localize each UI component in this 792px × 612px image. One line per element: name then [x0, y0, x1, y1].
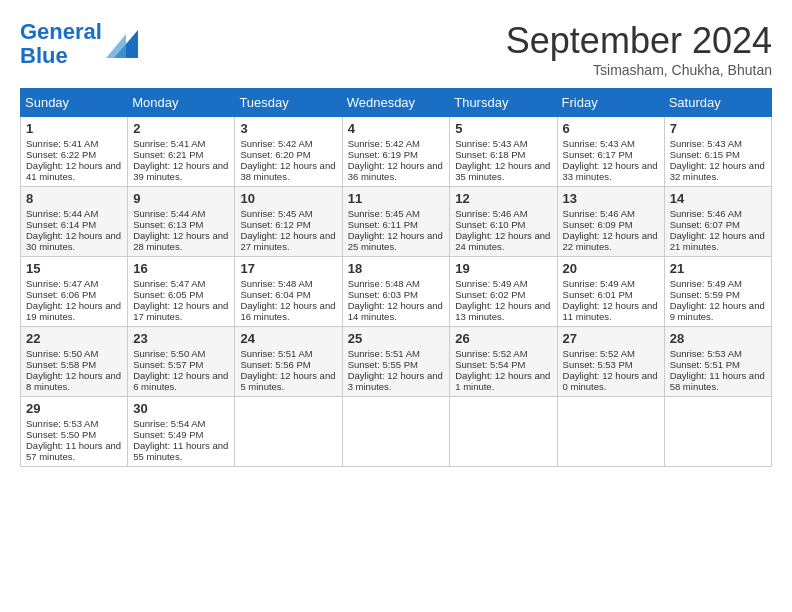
day-info: Sunrise: 5:49 AMSunset: 5:59 PMDaylight:… [670, 278, 766, 322]
calendar-week-row: 15Sunrise: 5:47 AMSunset: 6:06 PMDayligh… [21, 257, 772, 327]
table-row [450, 397, 557, 467]
day-number: 21 [670, 261, 766, 276]
day-number: 10 [240, 191, 336, 206]
day-number: 26 [455, 331, 551, 346]
day-info: Sunrise: 5:47 AMSunset: 6:05 PMDaylight:… [133, 278, 229, 322]
day-number: 18 [348, 261, 445, 276]
header-wednesday: Wednesday [342, 89, 450, 117]
table-row: 28Sunrise: 5:53 AMSunset: 5:51 PMDayligh… [664, 327, 771, 397]
day-info: Sunrise: 5:51 AMSunset: 5:56 PMDaylight:… [240, 348, 336, 392]
day-info: Sunrise: 5:42 AMSunset: 6:20 PMDaylight:… [240, 138, 336, 182]
table-row: 12Sunrise: 5:46 AMSunset: 6:10 PMDayligh… [450, 187, 557, 257]
table-row: 22Sunrise: 5:50 AMSunset: 5:58 PMDayligh… [21, 327, 128, 397]
day-info: Sunrise: 5:51 AMSunset: 5:55 PMDaylight:… [348, 348, 445, 392]
calendar-header-row: Sunday Monday Tuesday Wednesday Thursday… [21, 89, 772, 117]
table-row: 2Sunrise: 5:41 AMSunset: 6:21 PMDaylight… [128, 117, 235, 187]
table-row [342, 397, 450, 467]
table-row: 10Sunrise: 5:45 AMSunset: 6:12 PMDayligh… [235, 187, 342, 257]
day-number: 3 [240, 121, 336, 136]
table-row [557, 397, 664, 467]
day-info: Sunrise: 5:43 AMSunset: 6:18 PMDaylight:… [455, 138, 551, 182]
header-saturday: Saturday [664, 89, 771, 117]
calendar-week-row: 29Sunrise: 5:53 AMSunset: 5:50 PMDayligh… [21, 397, 772, 467]
table-row [664, 397, 771, 467]
table-row: 15Sunrise: 5:47 AMSunset: 6:06 PMDayligh… [21, 257, 128, 327]
day-number: 5 [455, 121, 551, 136]
table-row: 25Sunrise: 5:51 AMSunset: 5:55 PMDayligh… [342, 327, 450, 397]
day-info: Sunrise: 5:46 AMSunset: 6:09 PMDaylight:… [563, 208, 659, 252]
day-number: 20 [563, 261, 659, 276]
day-info: Sunrise: 5:47 AMSunset: 6:06 PMDaylight:… [26, 278, 122, 322]
header-monday: Monday [128, 89, 235, 117]
table-row: 11Sunrise: 5:45 AMSunset: 6:11 PMDayligh… [342, 187, 450, 257]
table-row: 24Sunrise: 5:51 AMSunset: 5:56 PMDayligh… [235, 327, 342, 397]
header-thursday: Thursday [450, 89, 557, 117]
day-info: Sunrise: 5:52 AMSunset: 5:53 PMDaylight:… [563, 348, 659, 392]
day-info: Sunrise: 5:49 AMSunset: 6:02 PMDaylight:… [455, 278, 551, 322]
table-row: 13Sunrise: 5:46 AMSunset: 6:09 PMDayligh… [557, 187, 664, 257]
table-row: 14Sunrise: 5:46 AMSunset: 6:07 PMDayligh… [664, 187, 771, 257]
logo: GeneralBlue [20, 20, 138, 68]
day-number: 11 [348, 191, 445, 206]
logo-icon [106, 30, 138, 58]
table-row: 20Sunrise: 5:49 AMSunset: 6:01 PMDayligh… [557, 257, 664, 327]
day-info: Sunrise: 5:43 AMSunset: 6:17 PMDaylight:… [563, 138, 659, 182]
table-row: 3Sunrise: 5:42 AMSunset: 6:20 PMDaylight… [235, 117, 342, 187]
day-info: Sunrise: 5:50 AMSunset: 5:57 PMDaylight:… [133, 348, 229, 392]
table-row: 23Sunrise: 5:50 AMSunset: 5:57 PMDayligh… [128, 327, 235, 397]
day-info: Sunrise: 5:53 AMSunset: 5:51 PMDaylight:… [670, 348, 766, 392]
day-info: Sunrise: 5:42 AMSunset: 6:19 PMDaylight:… [348, 138, 445, 182]
day-number: 1 [26, 121, 122, 136]
day-number: 13 [563, 191, 659, 206]
title-block: September 2024 Tsimasham, Chukha, Bhutan [506, 20, 772, 78]
table-row: 7Sunrise: 5:43 AMSunset: 6:15 PMDaylight… [664, 117, 771, 187]
calendar-week-row: 8Sunrise: 5:44 AMSunset: 6:14 PMDaylight… [21, 187, 772, 257]
location-subtitle: Tsimasham, Chukha, Bhutan [506, 62, 772, 78]
day-info: Sunrise: 5:45 AMSunset: 6:12 PMDaylight:… [240, 208, 336, 252]
table-row: 16Sunrise: 5:47 AMSunset: 6:05 PMDayligh… [128, 257, 235, 327]
table-row: 29Sunrise: 5:53 AMSunset: 5:50 PMDayligh… [21, 397, 128, 467]
day-info: Sunrise: 5:41 AMSunset: 6:22 PMDaylight:… [26, 138, 122, 182]
page-header: GeneralBlue September 2024 Tsimasham, Ch… [20, 20, 772, 78]
header-friday: Friday [557, 89, 664, 117]
table-row: 18Sunrise: 5:48 AMSunset: 6:03 PMDayligh… [342, 257, 450, 327]
day-number: 29 [26, 401, 122, 416]
table-row: 8Sunrise: 5:44 AMSunset: 6:14 PMDaylight… [21, 187, 128, 257]
table-row: 19Sunrise: 5:49 AMSunset: 6:02 PMDayligh… [450, 257, 557, 327]
day-info: Sunrise: 5:49 AMSunset: 6:01 PMDaylight:… [563, 278, 659, 322]
day-info: Sunrise: 5:54 AMSunset: 5:49 PMDaylight:… [133, 418, 229, 462]
day-number: 19 [455, 261, 551, 276]
day-number: 24 [240, 331, 336, 346]
day-number: 4 [348, 121, 445, 136]
day-number: 17 [240, 261, 336, 276]
calendar-week-row: 1Sunrise: 5:41 AMSunset: 6:22 PMDaylight… [21, 117, 772, 187]
day-info: Sunrise: 5:46 AMSunset: 6:10 PMDaylight:… [455, 208, 551, 252]
day-number: 15 [26, 261, 122, 276]
day-number: 8 [26, 191, 122, 206]
table-row: 6Sunrise: 5:43 AMSunset: 6:17 PMDaylight… [557, 117, 664, 187]
day-number: 12 [455, 191, 551, 206]
day-info: Sunrise: 5:43 AMSunset: 6:15 PMDaylight:… [670, 138, 766, 182]
day-number: 7 [670, 121, 766, 136]
day-number: 9 [133, 191, 229, 206]
table-row: 30Sunrise: 5:54 AMSunset: 5:49 PMDayligh… [128, 397, 235, 467]
day-number: 14 [670, 191, 766, 206]
day-info: Sunrise: 5:52 AMSunset: 5:54 PMDaylight:… [455, 348, 551, 392]
day-number: 22 [26, 331, 122, 346]
day-number: 23 [133, 331, 229, 346]
day-info: Sunrise: 5:41 AMSunset: 6:21 PMDaylight:… [133, 138, 229, 182]
table-row: 27Sunrise: 5:52 AMSunset: 5:53 PMDayligh… [557, 327, 664, 397]
day-number: 27 [563, 331, 659, 346]
day-number: 16 [133, 261, 229, 276]
table-row: 4Sunrise: 5:42 AMSunset: 6:19 PMDaylight… [342, 117, 450, 187]
day-info: Sunrise: 5:44 AMSunset: 6:13 PMDaylight:… [133, 208, 229, 252]
day-number: 30 [133, 401, 229, 416]
day-info: Sunrise: 5:53 AMSunset: 5:50 PMDaylight:… [26, 418, 122, 462]
day-info: Sunrise: 5:50 AMSunset: 5:58 PMDaylight:… [26, 348, 122, 392]
svg-marker-1 [106, 34, 126, 58]
header-sunday: Sunday [21, 89, 128, 117]
day-info: Sunrise: 5:44 AMSunset: 6:14 PMDaylight:… [26, 208, 122, 252]
table-row: 9Sunrise: 5:44 AMSunset: 6:13 PMDaylight… [128, 187, 235, 257]
day-info: Sunrise: 5:46 AMSunset: 6:07 PMDaylight:… [670, 208, 766, 252]
table-row [235, 397, 342, 467]
